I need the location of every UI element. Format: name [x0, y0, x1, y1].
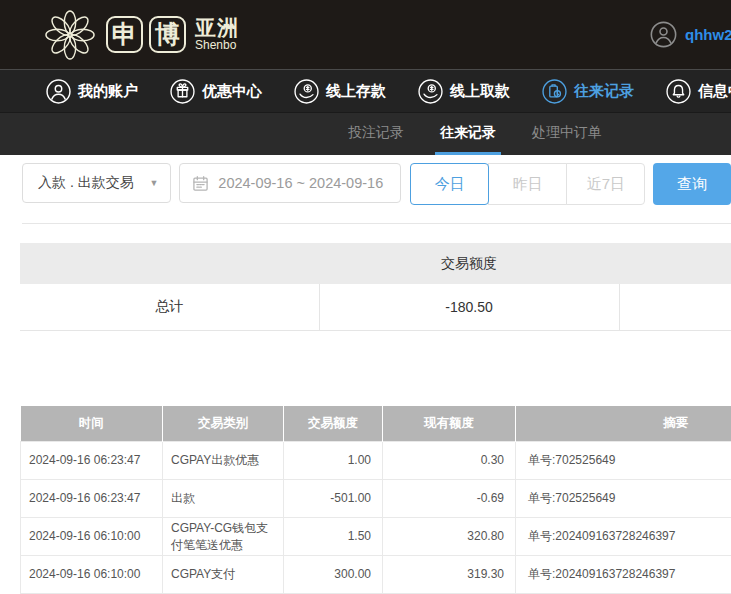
col-header-balance: 现有额度	[383, 406, 516, 442]
nav-label: 我的账户	[78, 82, 138, 101]
cell-type: CGPAY-CG钱包支付笔笔送优惠	[163, 518, 284, 556]
cell-memo: 单号:202409163728246397	[516, 556, 731, 594]
gift-icon	[170, 79, 195, 104]
user-account[interactable]: qhhw2	[650, 0, 731, 69]
nav-label: 往来记录	[574, 82, 634, 101]
main-nav: 我的账户 优惠中心 线上存款 线上取款	[0, 69, 731, 112]
cell-amount: -501.00	[284, 480, 383, 518]
table-row: 2024-09-16 06:10:00 CGPAY-CG钱包支付笔笔送优惠 1.…	[21, 518, 731, 556]
summary-total-row: 总计 -180.50	[20, 284, 731, 330]
bell-icon	[666, 79, 691, 104]
records-icon	[542, 79, 567, 104]
brand-logo[interactable]: 申 博 亚洲 Shenbo	[42, 7, 239, 63]
logo-char-shen: 申	[106, 16, 143, 53]
summary-table: 交易额度 总计 -180.50	[20, 243, 731, 331]
summary-header-row: 交易额度	[20, 243, 731, 284]
cell-memo: 单号:702525649	[516, 480, 731, 518]
username-text: qhhw2	[685, 26, 731, 43]
nav-item-deposit[interactable]: 线上存款	[294, 79, 386, 104]
today-button[interactable]: 今日	[410, 163, 489, 205]
tab-transaction-records[interactable]: 往来记录	[435, 113, 501, 155]
avatar-icon	[650, 21, 677, 48]
nav-label: 信息中心	[698, 82, 731, 101]
summary-header-amount: 交易额度	[319, 243, 619, 284]
chevron-down-icon: ▼	[149, 178, 158, 188]
nav-item-promotions[interactable]: 优惠中心	[170, 79, 262, 104]
nav-item-my-account[interactable]: 我的账户	[46, 79, 138, 104]
last7days-button[interactable]: 近7日	[566, 163, 645, 205]
cell-time: 2024-09-16 06:10:00	[21, 518, 163, 556]
nav-label: 线上取款	[450, 82, 510, 101]
cell-amount: 300.00	[284, 556, 383, 594]
tab-pending-orders[interactable]: 处理中订单	[527, 113, 607, 155]
quick-date-button-group: 今日 昨日 近7日	[410, 163, 645, 205]
table-row: 2024-09-16 06:10:00 CGPAY支付 300.00 319.3…	[21, 556, 731, 594]
cell-balance: 0.30	[383, 442, 516, 480]
cell-time: 2024-09-16 06:10:00	[21, 556, 163, 594]
nav-label: 优惠中心	[202, 82, 262, 101]
deposit-icon	[294, 79, 319, 104]
col-header-time: 时间	[21, 406, 163, 442]
table-header-row: 时间 交易类别 交易额度 现有额度 摘要	[21, 406, 731, 442]
table-row: 2024-09-16 06:23:47 出款 -501.00 -0.69 单号:…	[21, 480, 731, 518]
logo-region-text: 亚洲	[195, 17, 239, 39]
cell-type: CGPAY出款优惠	[163, 442, 284, 480]
date-range-value: 2024-09-16 ~ 2024-09-16	[218, 175, 383, 191]
cell-type: 出款	[163, 480, 284, 518]
yesterday-button[interactable]: 昨日	[488, 163, 567, 205]
cell-balance: -0.69	[383, 480, 516, 518]
flower-logo-icon	[42, 7, 98, 63]
cell-type: CGPAY支付	[163, 556, 284, 594]
cell-balance: 319.30	[383, 556, 516, 594]
col-header-type: 交易类别	[163, 406, 284, 442]
withdraw-icon	[418, 79, 443, 104]
col-header-amount: 交易额度	[284, 406, 383, 442]
calendar-icon	[192, 175, 209, 192]
nav-item-transaction-records[interactable]: 往来记录	[542, 79, 634, 104]
section-divider	[22, 223, 731, 224]
nav-item-withdraw[interactable]: 线上取款	[418, 79, 510, 104]
cell-memo: 单号:202409163728246397	[516, 518, 731, 556]
query-button[interactable]: 查询	[653, 163, 731, 205]
summary-empty-cell	[619, 284, 731, 330]
transactions-table: 时间 交易类别 交易额度 现有额度 摘要 2024-09-16 06:23:47…	[20, 406, 731, 594]
filter-row: 入款 . 出款交易 ▼ 2024-09-16 ~ 2024-09-16 今日 昨…	[0, 155, 731, 205]
table-row: 2024-09-16 06:23:47 CGPAY出款优惠 1.00 0.30 …	[21, 442, 731, 480]
col-header-memo: 摘要	[516, 406, 731, 442]
top-header: 申 博 亚洲 Shenbo qhhw2	[0, 0, 731, 69]
cell-amount: 1.00	[284, 442, 383, 480]
date-range-input[interactable]: 2024-09-16 ~ 2024-09-16	[179, 163, 401, 203]
sub-tab-bar: 投注记录 往来记录 处理中订单	[0, 112, 731, 155]
cell-time: 2024-09-16 06:23:47	[21, 442, 163, 480]
summary-header-empty	[20, 243, 319, 284]
tab-betting-records[interactable]: 投注记录	[343, 113, 409, 155]
user-icon	[46, 79, 71, 104]
cell-amount: 1.50	[284, 518, 383, 556]
transaction-type-value: 入款 . 出款交易	[38, 174, 134, 192]
summary-header-empty	[619, 243, 731, 284]
transaction-type-select[interactable]: 入款 . 出款交易 ▼	[22, 163, 171, 203]
logo-subtitle-text: Shenbo	[195, 39, 239, 52]
summary-total-label: 总计	[20, 284, 319, 330]
logo-char-bo: 博	[149, 16, 186, 53]
summary-total-value: -180.50	[319, 284, 619, 330]
cell-time: 2024-09-16 06:23:47	[21, 480, 163, 518]
cell-memo: 单号:702525649	[516, 442, 731, 480]
nav-item-message-center[interactable]: 信息中心	[666, 79, 731, 104]
nav-label: 线上存款	[326, 82, 386, 101]
cell-balance: 320.80	[383, 518, 516, 556]
